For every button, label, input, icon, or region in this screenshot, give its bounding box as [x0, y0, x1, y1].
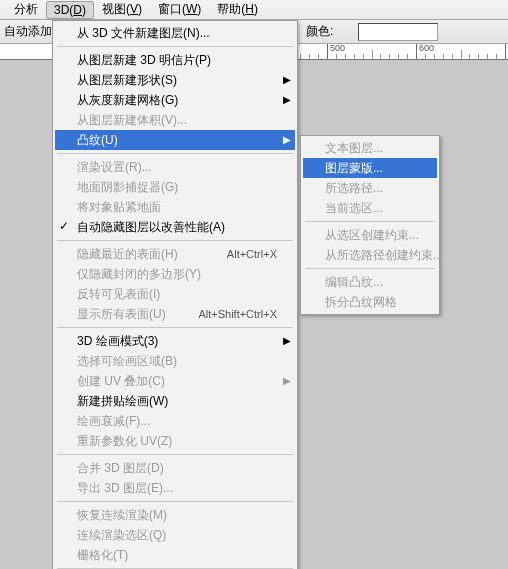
menu-item-label: 重新参数化 UV(Z): [77, 433, 172, 450]
menu-3d-item-9: 地面阴影捕捉器(G): [55, 177, 295, 197]
menu-3d-item-29: 连续渲染选区(Q): [55, 525, 295, 545]
menu-item-label: 从图层新建体积(V)...: [77, 112, 187, 129]
menu-item-label: 显示所有表面(U): [77, 306, 166, 323]
menu-3d-item-16: 显示所有表面(U)Alt+Shift+Ctrl+X: [55, 304, 295, 324]
menu-3d-item-5: 从图层新建体积(V)...: [55, 110, 295, 130]
menu-item-label: 新建拼贴绘画(W): [77, 393, 168, 410]
submenu-tuwen-item-5: 从选区创建约束...: [303, 225, 437, 245]
submenu-tuwen-separator: [305, 221, 435, 222]
menu-item-label: 从选区创建约束...: [325, 227, 419, 244]
menu-item-label: 绘画衰减(F)...: [77, 413, 150, 430]
menu-3d-separator: [57, 46, 293, 47]
menu-item-label: 从 3D 文件新建图层(N)...: [77, 25, 210, 42]
menubar: 分析 3D(D) 视图(V) 窗口(W) 帮助(H): [0, 0, 508, 20]
menu-item-label: 3D 绘画模式(3): [77, 333, 158, 350]
menu-3d-item-21[interactable]: 新建拼贴绘画(W): [55, 391, 295, 411]
menu-3d-item-26: 导出 3D 图层(E)...: [55, 478, 295, 498]
menu-item-label: 将对象贴紧地面: [77, 199, 161, 216]
menu-item-label: 所选路径...: [325, 180, 383, 197]
menu-item-label: 自动隐藏图层以改善性能(A): [77, 219, 225, 236]
menu-3d-item-19: 选择可绘画区域(B): [55, 351, 295, 371]
submenu-tuwen-item-1[interactable]: 图层蒙版...: [303, 158, 437, 178]
menubar-item-3d[interactable]: 3D(D): [46, 1, 94, 19]
submenu-tuwen-item-6: 从所选路径创建约束...: [303, 245, 437, 265]
submenu-arrow-icon: ▶: [283, 74, 291, 85]
menu-item-accel: Alt+Shift+Ctrl+X: [198, 308, 277, 320]
menu-3d-separator: [57, 153, 293, 154]
submenu-tuwen-item-9: 拆分凸纹网格: [303, 292, 437, 312]
menu-item-label: 文本图层...: [325, 140, 383, 157]
menubar-item-analysis[interactable]: 分析: [6, 0, 46, 20]
menu-item-label: 拆分凸纹网格: [325, 294, 397, 311]
menu-3d-item-22: 绘画衰减(F)...: [55, 411, 295, 431]
menu-3d-item-25: 合并 3D 图层(D): [55, 458, 295, 478]
menubar-item-help[interactable]: 帮助(H): [209, 0, 266, 20]
menu-3d-item-14: 仅隐藏封闭的多边形(Y): [55, 264, 295, 284]
menu-item-label: 连续渲染选区(Q): [77, 527, 166, 544]
submenu-tuwen: 文本图层...图层蒙版...所选路径...当前选区...从选区创建约束...从所…: [300, 135, 440, 315]
menu-item-label: 导出 3D 图层(E)...: [77, 480, 173, 497]
submenu-arrow-icon: ▶: [283, 335, 291, 346]
menu-3d-item-6[interactable]: 凸纹(U)▶: [55, 130, 295, 150]
toolbar-label-color: 颜色:: [306, 23, 333, 40]
menu-item-label: 编辑凸纹...: [325, 274, 383, 291]
color-input[interactable]: [358, 23, 438, 41]
menu-3d-item-3[interactable]: 从图层新建形状(S)▶: [55, 70, 295, 90]
menubar-item-window[interactable]: 窗口(W): [150, 0, 209, 20]
menu-item-label: 图层蒙版...: [325, 160, 383, 177]
submenu-arrow-icon: ▶: [283, 94, 291, 105]
menu-3d-item-20: 创建 UV 叠加(C)▶: [55, 371, 295, 391]
menu-item-label: 仅隐藏封闭的多边形(Y): [77, 266, 201, 283]
menu-item-label: 恢复连续渲染(M): [77, 507, 167, 524]
menu-item-label: 反转可见表面(I): [77, 286, 160, 303]
menu-item-label: 当前选区...: [325, 200, 383, 217]
menu-item-label: 从图层新建形状(S): [77, 72, 177, 89]
check-icon: ✓: [59, 219, 69, 233]
menu-item-label: 栅格化(T): [77, 547, 128, 564]
menu-item-label: 凸纹(U): [77, 132, 118, 149]
submenu-arrow-icon: ▶: [283, 375, 291, 386]
menu-item-label: 从所选路径创建约束...: [325, 247, 443, 264]
menu-3d-item-4[interactable]: 从灰度新建网格(G)▶: [55, 90, 295, 110]
submenu-arrow-icon: ▶: [283, 134, 291, 145]
menubar-item-view[interactable]: 视图(V): [94, 0, 150, 20]
menu-3d: 从 3D 文件新建图层(N)...从图层新建 3D 明信片(P)从图层新建形状(…: [52, 20, 298, 569]
menu-item-label: 渲染设置(R)...: [77, 159, 152, 176]
submenu-tuwen-item-2: 所选路径...: [303, 178, 437, 198]
menu-3d-item-18[interactable]: 3D 绘画模式(3)▶: [55, 331, 295, 351]
menu-3d-separator: [57, 454, 293, 455]
menu-3d-item-8: 渲染设置(R)...: [55, 157, 295, 177]
menu-item-label: 选择可绘画区域(B): [77, 353, 177, 370]
submenu-tuwen-item-3: 当前选区...: [303, 198, 437, 218]
menu-3d-item-10: 将对象贴紧地面: [55, 197, 295, 217]
menu-item-label: 地面阴影捕捉器(G): [77, 179, 178, 196]
menu-item-label: 从灰度新建网格(G): [77, 92, 178, 109]
menu-3d-item-13: 隐藏最近的表面(H)Alt+Ctrl+X: [55, 244, 295, 264]
menu-3d-item-11[interactable]: ✓自动隐藏图层以改善性能(A): [55, 217, 295, 237]
menu-item-accel: Alt+Ctrl+X: [227, 248, 277, 260]
menu-item-label: 隐藏最近的表面(H): [77, 246, 178, 263]
submenu-tuwen-item-0: 文本图层...: [303, 138, 437, 158]
menu-3d-item-28: 恢复连续渲染(M): [55, 505, 295, 525]
menu-3d-item-2[interactable]: 从图层新建 3D 明信片(P): [55, 50, 295, 70]
submenu-tuwen-separator: [305, 268, 435, 269]
menu-3d-item-15: 反转可见表面(I): [55, 284, 295, 304]
menu-3d-separator: [57, 501, 293, 502]
menu-3d-item-23: 重新参数化 UV(Z): [55, 431, 295, 451]
menu-3d-item-0[interactable]: 从 3D 文件新建图层(N)...: [55, 23, 295, 43]
submenu-tuwen-item-8: 编辑凸纹...: [303, 272, 437, 292]
menu-item-label: 从图层新建 3D 明信片(P): [77, 52, 211, 69]
menu-3d-item-30: 栅格化(T): [55, 545, 295, 565]
menu-3d-separator: [57, 240, 293, 241]
menu-3d-separator: [57, 327, 293, 328]
menu-item-label: 创建 UV 叠加(C): [77, 373, 165, 390]
menu-item-label: 合并 3D 图层(D): [77, 460, 164, 477]
